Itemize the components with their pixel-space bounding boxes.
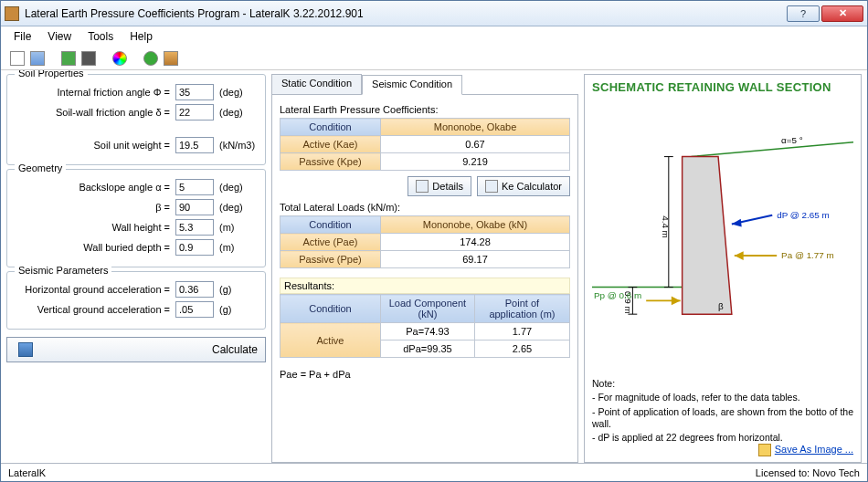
delta-unit: (deg) <box>219 107 258 118</box>
toolbar-separator <box>50 51 56 66</box>
res-pt: 2.65 <box>474 341 569 358</box>
close-button[interactable]: ✕ <box>821 5 863 22</box>
wall-height-label: Wall height = <box>15 222 170 233</box>
menu-view[interactable]: View <box>48 30 71 43</box>
middle-column: Static Condition Seismic Condition Later… <box>271 74 578 463</box>
coeff-row-cond: Active (Kae) <box>281 136 381 153</box>
statusbar: LateralK Licensed to: Novo Tech <box>1 463 867 481</box>
dp-annotation: dP @ 2.65 m <box>777 209 830 219</box>
beta-unit: (deg) <box>219 202 258 213</box>
svg-marker-14 <box>672 296 681 305</box>
calculate-label: Calculate <box>212 343 258 356</box>
res-hdr-condition: Condition <box>281 295 381 323</box>
loads-table: Condition Mononobe, Okabe (kN) Active (P… <box>280 215 570 268</box>
soil-properties-group: Soil Properties Internal friction angle … <box>6 74 266 165</box>
alpha-label: Backslope angle α = <box>15 182 170 193</box>
ah-unit: (g) <box>219 284 258 295</box>
tab-body: Lateral Earth Pressure Coefficients: Con… <box>271 94 578 463</box>
res-pt: 1.77 <box>474 323 569 341</box>
menubar: File View Tools Help <box>1 26 867 47</box>
svg-marker-10 <box>732 218 742 226</box>
ah-input[interactable] <box>175 281 214 298</box>
calculate-icon <box>18 342 33 357</box>
ah-label: Horizontal ground acceleration = <box>15 284 170 295</box>
seismic-legend: Seismic Parameters <box>15 265 111 276</box>
wall-height-unit: (m) <box>219 222 258 233</box>
exit-icon[interactable] <box>164 51 178 66</box>
phi-input[interactable] <box>175 84 214 100</box>
status-right: Licensed to: Novo Tech <box>756 467 860 478</box>
delta-label: Soil-wall friction angle δ = <box>15 107 170 118</box>
note-line: - dP is applied at 22 degrees from horiz… <box>592 432 853 444</box>
wall-depth-label: Wall buried depth = <box>15 242 170 253</box>
loads-hdr-mo: Mononobe, Okabe (kN) <box>381 216 570 234</box>
coeff-buttons: Details Ke Calculator <box>280 176 570 196</box>
seismic-group: Seismic Parameters Horizontal ground acc… <box>6 271 266 330</box>
coeff-row-val: 0.67 <box>381 136 570 153</box>
geometry-group: Geometry Backslope angle α = (deg) β = (… <box>6 169 266 267</box>
menu-file[interactable]: File <box>14 30 31 43</box>
coeff-table: Condition Mononobe, Okabe Active (Kae) 0… <box>280 118 570 171</box>
delta-input[interactable] <box>175 104 214 120</box>
wall-height-input[interactable] <box>175 219 214 236</box>
res-cond: Active <box>281 323 381 358</box>
wall-depth-input[interactable] <box>175 239 214 256</box>
status-left: LateralK <box>8 467 46 478</box>
alpha-input[interactable] <box>175 179 214 195</box>
menu-tools[interactable]: Tools <box>88 30 113 43</box>
import-icon[interactable] <box>61 51 76 66</box>
help-button[interactable]: ? <box>787 5 820 22</box>
gamma-input[interactable] <box>175 137 214 153</box>
geom-legend: Geometry <box>15 162 66 173</box>
color-icon[interactable] <box>112 51 127 66</box>
print-icon[interactable] <box>81 51 96 66</box>
svg-marker-2 <box>683 156 732 314</box>
note-line: - For magnitude of loads, refer to the d… <box>592 392 853 403</box>
details-icon <box>416 180 429 193</box>
details-label: Details <box>432 181 463 192</box>
loads-row-val: 69.17 <box>381 251 570 268</box>
note-header: Note: <box>592 378 853 390</box>
table-icon[interactable] <box>30 51 45 66</box>
help-icon[interactable] <box>143 51 158 66</box>
calculate-button[interactable]: Calculate <box>6 337 266 362</box>
resultants-title: Resultants: <box>280 278 570 294</box>
tab-static[interactable]: Static Condition <box>271 74 362 94</box>
av-input[interactable] <box>175 301 214 318</box>
loads-title: Total Lateral Loads (kN/m): <box>280 202 570 213</box>
loads-row-val: 174.28 <box>381 234 570 251</box>
content-area: Soil Properties Internal friction angle … <box>1 70 867 463</box>
soil-legend: Soil Properties <box>15 70 88 79</box>
titlebar: Lateral Earth Pressure Coefficients Prog… <box>1 1 867 26</box>
phi-unit: (deg) <box>219 87 258 98</box>
left-column: Soil Properties Internal friction angle … <box>6 74 266 463</box>
beta-input[interactable] <box>175 199 214 215</box>
svg-line-0 <box>691 141 853 156</box>
kecalc-button[interactable]: Ke Calculator <box>477 176 570 196</box>
kecalc-icon <box>485 180 498 193</box>
toolbar-separator <box>101 51 107 66</box>
schematic-title: SCHEMATIC RETAINING WALL SECTION <box>592 80 853 95</box>
coeff-row-cond: Passive (Kpe) <box>281 153 381 171</box>
h-dim-label: 4.4 m <box>661 215 671 238</box>
save-image-link[interactable]: Save As Image ... <box>775 444 853 455</box>
coeff-title: Lateral Earth Pressure Coefficients: <box>280 104 570 115</box>
wall-depth-unit: (m) <box>219 242 258 253</box>
toolbar <box>1 47 867 70</box>
details-button[interactable]: Details <box>408 176 471 196</box>
note-line: - Point of application of loads, are sho… <box>592 406 853 430</box>
loads-row-cond: Active (Pae) <box>281 234 381 251</box>
alpha-unit: (deg) <box>219 182 258 193</box>
tab-seismic[interactable]: Seismic Condition <box>362 75 462 95</box>
coeff-hdr-condition: Condition <box>281 119 381 136</box>
window-title: Lateral Earth Pressure Coefficients Prog… <box>25 7 787 20</box>
new-icon[interactable] <box>10 51 25 66</box>
toolbar-separator <box>132 51 138 66</box>
kecalc-label: Ke Calculator <box>502 181 562 192</box>
menu-help[interactable]: Help <box>130 30 153 43</box>
svg-marker-12 <box>735 251 744 260</box>
right-column: SCHEMATIC RETAINING WALL SECTION 4.4 m <box>584 74 862 463</box>
alpha-annotation: α=5 ° <box>781 134 803 144</box>
res-load: dPa=99.35 <box>381 341 475 358</box>
tabs: Static Condition Seismic Condition <box>271 74 578 94</box>
